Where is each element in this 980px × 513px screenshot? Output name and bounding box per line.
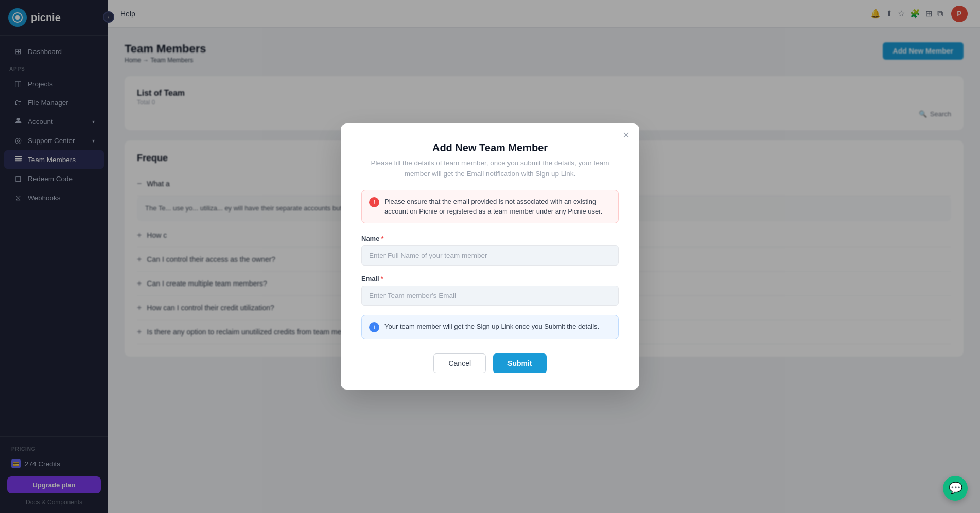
info-text: Your team member will get the Sign up Li…: [384, 322, 599, 332]
name-form-group: Name *: [361, 235, 619, 266]
alert-icon: !: [369, 197, 379, 207]
modal-subtitle: Please fill the details of team member, …: [361, 158, 619, 180]
info-box: i Your team member will get the Sign up …: [361, 315, 619, 339]
alert-box: ! Please ensure that the email provided …: [361, 190, 619, 223]
name-required-indicator: *: [381, 235, 383, 242]
modal-actions: Cancel Submit: [361, 353, 619, 373]
chat-support-button[interactable]: 💬: [943, 476, 968, 501]
email-label: Email *: [361, 275, 619, 282]
info-icon: i: [369, 322, 379, 332]
email-required-indicator: *: [381, 275, 383, 282]
main-area: Help 🔔 ⬆ ☆ 🧩 ⊞ ⧉ P Team Members Home → T…: [108, 0, 980, 513]
add-team-member-modal: ✕ Add New Team Member Please fill the de…: [341, 123, 639, 390]
alert-text: Please ensure that the email provided is…: [384, 197, 611, 217]
name-label: Name *: [361, 235, 619, 242]
modal-close-button[interactable]: ✕: [622, 131, 630, 140]
email-form-group: Email *: [361, 275, 619, 306]
modal-title: Add New Team Member: [361, 142, 619, 154]
cancel-button[interactable]: Cancel: [433, 353, 486, 373]
submit-button[interactable]: Submit: [493, 353, 546, 373]
email-input[interactable]: [361, 286, 619, 306]
modal-overlay[interactable]: ✕ Add New Team Member Please fill the de…: [108, 0, 980, 513]
name-input[interactable]: [361, 245, 619, 266]
